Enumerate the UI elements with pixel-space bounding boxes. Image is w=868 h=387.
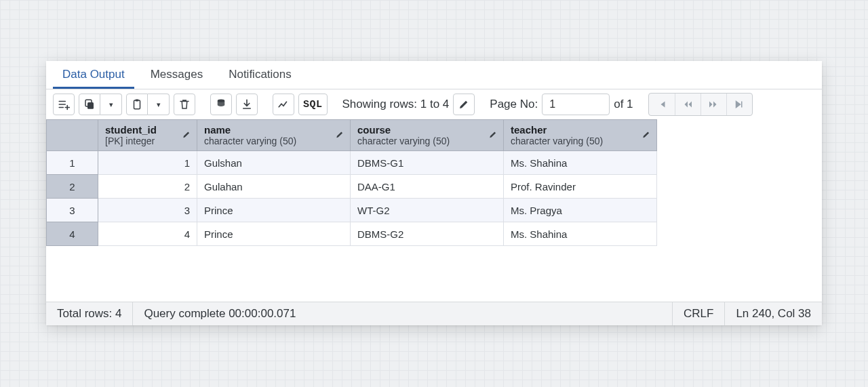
delete-row-button[interactable] [174,94,195,115]
cell-student_id[interactable]: 3 [98,199,197,222]
cell-name[interactable]: Prince [197,199,351,222]
cell-course[interactable]: DAA-G1 [351,175,504,199]
cell-student_id[interactable]: 2 [98,175,197,199]
first-page-button[interactable] [649,94,675,115]
cell-name[interactable]: Prince [197,222,351,246]
tab-notifications[interactable]: Notifications [219,61,301,89]
svg-rect-0 [87,102,94,109]
svg-rect-3 [136,100,139,102]
edit-range-button[interactable] [453,94,475,115]
cell-teacher[interactable]: Prof. Ravinder [504,175,657,199]
column-name: teacher [511,124,650,136]
cell-teacher[interactable]: Ms. Shahina [504,151,657,175]
status-bar: Total rows: 4 Query complete 00:00:00.07… [46,302,822,325]
paste-dropdown-button[interactable]: ▾ [148,94,170,115]
copy-button[interactable] [79,94,100,115]
clipboard-icon [131,98,143,110]
page-of-label: of 1 [614,98,633,111]
copy-dropdown-button[interactable]: ▾ [100,94,122,115]
column-type: character varying (50) [204,136,343,146]
tab-bar: Data Output Messages Notifications [46,61,822,89]
status-total-rows: Total rows: 4 [46,302,133,325]
data-grid[interactable]: student_id [PK] integer name character v… [46,119,822,302]
graph-visualize-button[interactable] [273,94,294,115]
cell-name[interactable]: Gulshan [197,151,351,175]
column-type: character varying (50) [511,136,650,146]
cell-student_id[interactable]: 4 [98,222,197,246]
status-query-time: Query complete 00:00:00.071 [133,302,307,325]
expand-panel-button[interactable] [802,78,815,89]
svg-rect-2 [134,100,140,109]
chart-line-icon [277,98,290,110]
pencil-icon[interactable] [182,129,191,141]
copy-icon [83,98,96,110]
view-sql-button[interactable]: SQL [298,94,328,115]
add-row-button[interactable] [53,94,75,115]
cell-course[interactable]: DBMS-G2 [351,222,504,246]
trash-icon [178,98,191,110]
row-number[interactable]: 4 [47,222,98,246]
status-cursor-position: Ln 240, Col 38 [724,302,822,325]
cell-teacher[interactable]: Ms. Shahina [504,222,657,246]
table-row[interactable]: 4 4 Prince DBMS-G2 Ms. Shahina [47,222,657,246]
rows-showing-label: Showing rows: 1 to 4 [342,98,450,111]
cell-course[interactable]: WT-G2 [351,199,504,222]
column-header-teacher[interactable]: teacher character varying (50) [504,120,657,151]
row-number[interactable]: 1 [47,151,98,175]
table-row[interactable]: 3 3 Prince WT-G2 Ms. Pragya [47,199,657,222]
prev-page-button[interactable] [675,94,701,115]
column-name: student_id [105,124,190,136]
column-header-name[interactable]: name character varying (50) [197,120,351,151]
row-number[interactable]: 3 [47,199,98,222]
chevron-down-icon: ▾ [157,100,161,109]
cell-teacher[interactable]: Ms. Pragya [504,199,657,222]
grid-corner[interactable] [47,120,98,151]
column-header-student_id[interactable]: student_id [PK] integer [98,120,197,151]
cell-student_id[interactable]: 1 [98,151,197,175]
page-number-input[interactable] [542,94,610,115]
sql-icon: SQL [303,99,323,110]
results-toolbar: ▾ ▾ SQL Showing rows: 1 to 4 [46,89,822,119]
tab-data-output[interactable]: Data Output [53,61,134,89]
save-data-button[interactable] [210,94,232,115]
download-icon [241,98,253,110]
paste-button[interactable] [126,94,148,115]
status-line-ending[interactable]: CRLF [672,302,724,325]
cell-course[interactable]: DBMS-G1 [351,151,504,175]
pencil-icon[interactable] [642,129,651,141]
column-header-course[interactable]: course character varying (50) [351,120,504,151]
column-type: [PK] integer [105,136,190,146]
tab-messages[interactable]: Messages [141,61,212,89]
pencil-icon [458,98,470,110]
database-save-icon [215,98,227,110]
page-number-label: Page No: [490,98,538,111]
column-name: name [204,124,343,136]
next-icon [707,98,719,110]
table-row[interactable]: 2 2 Gulahan DAA-G1 Prof. Ravinder [47,175,657,199]
chevron-down-icon: ▾ [109,100,113,109]
row-number[interactable]: 2 [47,175,98,199]
pencil-icon[interactable] [488,129,498,141]
next-page-button[interactable] [701,94,726,115]
pencil-icon[interactable] [335,129,344,141]
column-name: course [357,124,496,136]
first-page-icon [656,98,668,110]
cell-name[interactable]: Gulahan [197,175,351,199]
page-nav [648,93,753,116]
table-row[interactable]: 1 1 Gulshan DBMS-G1 Ms. Shahina [47,151,657,175]
results-panel: Data Output Messages Notifications ▾ ▾ [46,61,822,325]
results-table: student_id [PK] integer name character v… [46,119,657,246]
last-page-button[interactable] [726,94,752,115]
last-page-icon [733,98,745,110]
column-type: character varying (50) [357,136,496,146]
download-button[interactable] [236,94,258,115]
prev-icon [682,98,694,110]
add-row-icon [58,98,70,110]
